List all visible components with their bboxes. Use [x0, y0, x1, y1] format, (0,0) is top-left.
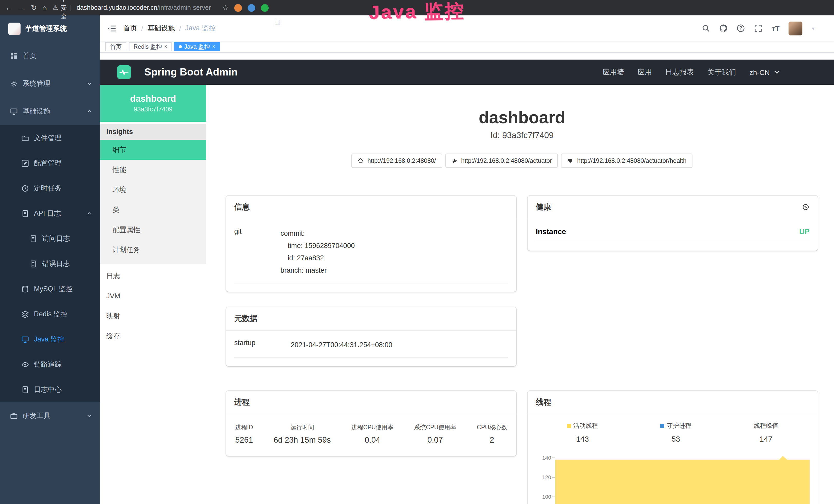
legend-peak-threads: 线程峰值 147: [753, 421, 778, 443]
document-icon: [30, 235, 37, 242]
close-icon[interactable]: ×: [212, 44, 215, 49]
sba-item-jvm[interactable]: JVM: [100, 286, 206, 306]
tick-mark: [552, 458, 555, 458]
metadata-key: startup: [234, 339, 291, 351]
infra-submenu: 文件管理 配置管理 定时任务 API 日志 访问日志: [0, 125, 100, 402]
info-key: git: [234, 228, 281, 277]
legend-swatch-blue: [660, 424, 664, 428]
sba-root-items: 日志 JVM 映射 缓存: [100, 266, 206, 346]
folder-icon: [22, 134, 29, 141]
tab-redis-monitor[interactable]: Redis 监控 ×: [129, 42, 172, 51]
sidebar-item-trace[interactable]: 链路追踪: [0, 352, 100, 377]
actuator-url-button[interactable]: http://192.168.0.2:48080/actuator: [445, 154, 558, 168]
sidebar-item-java-monitor[interactable]: Java 监控: [0, 327, 100, 352]
sidebar-item-home[interactable]: 首页: [0, 42, 100, 70]
app-logo-row[interactable]: 芋道管理系统: [0, 16, 100, 42]
health-instance-row[interactable]: Instance UP: [536, 221, 810, 243]
app-logo-icon: [8, 23, 21, 35]
sba-item-classes[interactable]: 类: [100, 200, 206, 220]
tags-bar: 首页 Redis 监控 × Java 监控 ×: [100, 41, 834, 53]
back-icon[interactable]: ←: [5, 4, 12, 11]
sidebar-item-error-log[interactable]: 错误日志: [0, 251, 100, 276]
process-stat-pid: 进程ID 5261: [235, 423, 253, 445]
forward-icon[interactable]: →: [18, 4, 25, 11]
briefcase-icon: [10, 412, 18, 419]
y-tick-100: 100: [536, 494, 551, 500]
metadata-card-body: startup 2021-04-27T00:44:31.254+08:00: [226, 331, 516, 366]
sidebar-item-infra[interactable]: 基础设施: [0, 97, 100, 125]
sidebar-item-file-manage[interactable]: 文件管理: [0, 125, 100, 151]
history-icon[interactable]: [802, 203, 810, 211]
info-git-row: git commit: time: 1596289704000 id: 27aa…: [234, 221, 508, 283]
sba-item-details[interactable]: 细节: [100, 140, 206, 160]
metadata-startup-row: startup 2021-04-27T00:44:31.254+08:00: [234, 333, 508, 358]
tab-java-monitor[interactable]: Java 监控 ×: [174, 42, 220, 51]
sba-item-environment[interactable]: 环境: [100, 180, 206, 200]
sidebar-item-dev-tools[interactable]: 研发工具: [0, 402, 100, 430]
eye-icon: [22, 361, 29, 368]
legend-active-threads: 活动线程 143: [567, 421, 598, 443]
sba-link-wallboard[interactable]: 应用墙: [602, 68, 624, 77]
info-value: commit: time: 1596289704000 id: 27aa832 …: [281, 228, 355, 277]
threads-card-body: 活动线程 143 守护进程: [528, 414, 818, 504]
health-url-button[interactable]: http://192.168.0.2:48080/actuator/health: [561, 154, 693, 168]
extension-icon-green[interactable]: [261, 4, 269, 12]
legend-daemon-threads: 守护进程 53: [660, 421, 691, 443]
sidebar-item-redis-monitor[interactable]: Redis 监控: [0, 301, 100, 327]
sidebar-fold-icon[interactable]: [107, 24, 116, 32]
monitor-icon: [22, 336, 29, 343]
threads-chart: 140 120 100: [536, 448, 810, 504]
breadcrumb-infra[interactable]: 基础设施: [148, 24, 175, 33]
sba-brand[interactable]: Spring Boot Admin: [144, 66, 238, 78]
metadata-card: 元数据 startup 2021-04-27T00:44:31.254+08:0…: [226, 307, 516, 366]
security-chip[interactable]: ⚠ 不安全 |: [52, 0, 71, 21]
extension-icon-grid[interactable]: ▦: [274, 18, 834, 25]
info-card-body: git commit: time: 1596289704000 id: 27aa…: [226, 219, 516, 292]
sba-item-scheduled-tasks[interactable]: 计划任务: [100, 240, 206, 260]
heart-icon: [567, 158, 574, 164]
sba-item-logs[interactable]: 日志: [100, 266, 206, 286]
sba-app: Spring Boot Admin 应用墙 应用 日志报表 关于我们 zh-CN…: [100, 53, 834, 504]
service-url-button[interactable]: http://192.168.0.2:48080/: [351, 154, 442, 168]
tab-home[interactable]: 首页: [105, 42, 126, 51]
bookmark-star-icon[interactable]: ☆: [222, 4, 228, 11]
sidebar-item-mysql-monitor[interactable]: MySQL 监控: [0, 276, 100, 301]
threads-card-header: 线程: [528, 391, 818, 414]
breadcrumb-home[interactable]: 首页: [123, 24, 137, 33]
instance-header[interactable]: dashboard 93a3fc7f7409: [100, 85, 206, 122]
security-label: 不安全: [61, 0, 67, 21]
reload-icon[interactable]: ↻: [31, 4, 37, 11]
process-stat-uptime: 运行时间 6d 23h 15m 59s: [273, 423, 331, 445]
close-icon[interactable]: ×: [164, 44, 167, 49]
active-dot: [179, 45, 182, 48]
insights-header[interactable]: Insights: [100, 124, 206, 140]
sidebar-item-scheduled-job[interactable]: 定时任务: [0, 176, 100, 201]
sba-item-properties[interactable]: 配置属性: [100, 220, 206, 240]
sba-link-applications[interactable]: 应用: [637, 68, 652, 77]
extension-icon-blue[interactable]: [248, 4, 255, 12]
sba-link-about[interactable]: 关于我们: [707, 68, 736, 77]
address-bar[interactable]: dashboard.yudao.iocoder.cn/infra/admin-s…: [76, 4, 211, 11]
threads-card: 线程 活动线程 143: [528, 391, 818, 504]
info-card: 信息 git commit: time: 1596289704000 id: 2…: [226, 196, 516, 292]
dashboard-icon: [10, 52, 18, 60]
sidebar-item-system[interactable]: 系统管理: [0, 70, 100, 97]
locale-selector[interactable]: zh-CN: [749, 68, 780, 76]
instance-links: http://192.168.0.2:48080/ http://192.168…: [226, 154, 818, 168]
sba-item-caches[interactable]: 缓存: [100, 326, 206, 346]
sidebar-item-log-center[interactable]: 日志中心: [0, 377, 100, 402]
tick-mark: [552, 497, 555, 497]
sba-item-mappings[interactable]: 映射: [100, 306, 206, 326]
extension-icon-orange[interactable]: [234, 4, 242, 12]
avatar-caret-icon[interactable]: ▾: [812, 25, 814, 31]
sba-logo-icon[interactable]: [117, 65, 131, 79]
sba-item-performance[interactable]: 性能: [100, 160, 206, 180]
url-separator: |: [69, 4, 71, 11]
sidebar-item-access-log[interactable]: 访问日志: [0, 226, 100, 251]
sba-link-journal[interactable]: 日志报表: [665, 68, 694, 77]
sidebar-item-api-log[interactable]: API 日志: [0, 201, 100, 226]
home-icon[interactable]: ⌂: [42, 4, 47, 11]
chevron-up-icon: [87, 211, 92, 216]
sba-main: dashboard Id: 93a3fc7f7409 http://192.16…: [206, 85, 834, 504]
sidebar-item-config-manage[interactable]: 配置管理: [0, 151, 100, 176]
